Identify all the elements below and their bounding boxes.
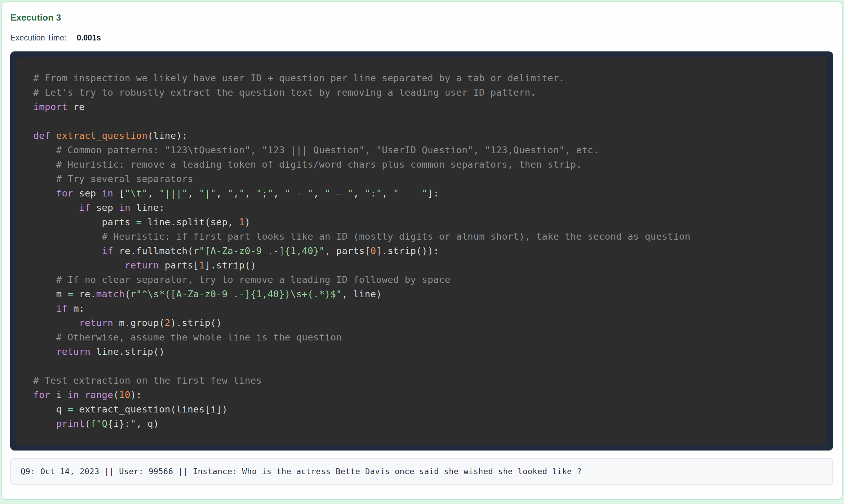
execution-time-row: Execution Time: 0.001s [10,33,833,43]
execution-card: Execution 3 Execution Time: 0.001s # Fro… [1,1,843,500]
output-text: Q9: Oct 14, 2023 || User: 99566 || Insta… [21,467,823,476]
execution-time-label: Execution Time: [10,33,67,43]
execution-title: Execution 3 [10,12,833,23]
code-block: # From inspection we likely have user ID… [10,51,833,451]
code-content: # From inspection we likely have user ID… [33,71,827,431]
execution-time-value: 0.001s [77,33,101,43]
code-editor-surface: # From inspection we likely have user ID… [16,57,827,445]
output-box: Q9: Oct 14, 2023 || User: 99566 || Insta… [10,458,833,485]
